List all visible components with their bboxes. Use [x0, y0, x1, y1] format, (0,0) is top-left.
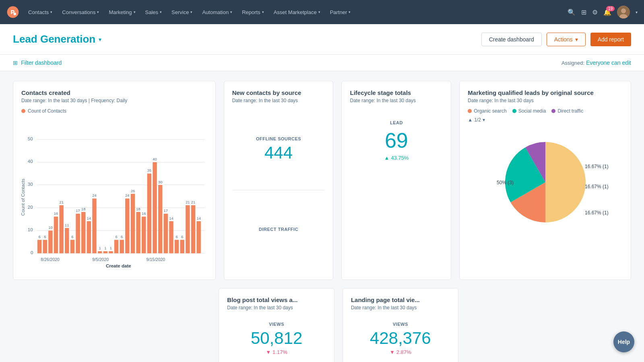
nav-partner[interactable]: Partner ▾ [326, 6, 355, 19]
svg-text:16: 16 [54, 211, 58, 216]
chevron-down-icon: ▾ [349, 10, 351, 14]
svg-text:6: 6 [38, 234, 40, 239]
lead-change: ▲ 43.75% [384, 155, 409, 161]
hubspot-logo [6, 6, 19, 19]
nav-sales[interactable]: Sales ▾ [141, 6, 166, 19]
svg-rect-48 [120, 240, 124, 253]
chevron-down-icon: ▾ [134, 10, 136, 14]
svg-rect-40 [98, 251, 102, 253]
nav-asset-marketplace[interactable]: Asset Marketplace ▾ [270, 6, 324, 19]
svg-text:6: 6 [181, 234, 183, 239]
svg-text:9/5/2020: 9/5/2020 [92, 257, 109, 262]
svg-rect-36 [87, 221, 91, 253]
lead-value: 69 [385, 128, 408, 152]
svg-text:40: 40 [153, 157, 157, 161]
svg-text:18: 18 [136, 207, 140, 211]
svg-text:10: 10 [28, 227, 33, 232]
blog-post-subtitle: Date range: In the last 30 days [227, 305, 326, 311]
svg-text:Create date: Create date [106, 263, 131, 268]
svg-point-3 [621, 8, 626, 13]
page-title: Lead Generation [13, 33, 95, 45]
add-report-button[interactable]: Add report [590, 33, 631, 46]
svg-text:16.67% (1): 16.67% (1) [585, 210, 609, 216]
landing-views-value: 428,376 [370, 330, 431, 347]
blog-change: ▼ 1.17% [266, 349, 287, 355]
svg-text:14: 14 [169, 216, 173, 220]
svg-text:50: 50 [28, 136, 33, 141]
landing-views-label: VIEWS [393, 322, 408, 327]
title-dropdown-icon[interactable]: ▾ [99, 36, 101, 43]
svg-text:24: 24 [125, 193, 130, 197]
settings-icon[interactable]: ⚙ [592, 8, 598, 16]
nav-service[interactable]: Service ▾ [167, 6, 196, 19]
mql-subtitle: Date range: In the last 30 days [468, 98, 623, 103]
nav-reports[interactable]: Reports ▾ [238, 6, 268, 19]
title-wrapper: Lead Generation ▾ [13, 33, 101, 45]
filter-dashboard-button[interactable]: ⊞ Filter dashboard [13, 60, 62, 66]
search-icon[interactable]: 🔍 [568, 8, 576, 16]
mql-title: Marketing qualified leads by original so… [468, 89, 623, 96]
chevron-down-icon[interactable]: ▾ [636, 10, 638, 14]
pie-spacer [466, 288, 631, 362]
svg-text:6: 6 [44, 234, 46, 239]
create-dashboard-button[interactable]: Create dashboard [481, 33, 542, 46]
svg-rect-58 [147, 173, 151, 253]
navigation: Contacts ▾ Conversations ▾ Marketing ▾ S… [0, 0, 644, 24]
svg-text:6: 6 [175, 234, 178, 239]
avatar[interactable] [617, 6, 630, 19]
svg-text:16: 16 [142, 211, 146, 216]
blog-post-title: Blog post total views a... [227, 296, 326, 303]
svg-rect-42 [103, 251, 107, 253]
direct-traffic-section: DIRECT TRAFFIC [232, 190, 325, 272]
landing-page-subtitle: Date range: In the last 30 days [351, 305, 450, 311]
chevron-down-icon: ▾ [97, 10, 99, 14]
svg-text:50% (3): 50% (3) [497, 180, 514, 185]
blog-views-label: VIEWS [269, 322, 284, 327]
page-header: Lead Generation ▾ Create dashboard Actio… [0, 24, 644, 55]
chevron-down-icon: ▾ [160, 10, 162, 14]
legend-social: Social media [512, 108, 546, 114]
svg-text:8/26/2020: 8/26/2020 [41, 257, 60, 262]
grid-icon[interactable]: ⊞ [581, 8, 586, 16]
svg-text:16.67% (1): 16.67% (1) [585, 164, 609, 169]
svg-text:6: 6 [71, 234, 73, 239]
svg-rect-24 [54, 217, 58, 253]
notification-icon[interactable]: 🔔 19 [603, 8, 611, 16]
svg-rect-62 [158, 185, 162, 253]
svg-point-1 [14, 13, 16, 15]
svg-rect-46 [114, 240, 118, 253]
assigned-link[interactable]: Everyone can edit [586, 60, 631, 66]
actions-button[interactable]: Actions ▾ [547, 33, 586, 46]
landing-page-title: Landing page total vie... [351, 296, 450, 303]
nav-automation[interactable]: Automation ▾ [198, 6, 236, 19]
legend-dot-organic [468, 109, 472, 113]
svg-rect-44 [109, 251, 113, 253]
chevron-down-icon: ▾ [190, 10, 192, 14]
contacts-created-subtitle: Date range: In the last 30 days | Freque… [21, 98, 207, 103]
dashboard: Contacts created Date range: In the last… [0, 71, 644, 362]
svg-text:16.67% (1): 16.67% (1) [585, 184, 609, 189]
nav-right-icons: 🔍 ⊞ ⚙ 🔔 19 ▾ [568, 6, 638, 19]
legend-dot-contacts [21, 109, 25, 113]
nav-marketing[interactable]: Marketing ▾ [105, 6, 139, 19]
chevron-down-icon: ▾ [230, 10, 232, 14]
chevron-down-icon: ▾ [262, 10, 264, 14]
help-button[interactable]: Help [613, 331, 634, 352]
svg-rect-30 [70, 240, 74, 253]
prev-page-icon[interactable]: ▲ [468, 117, 473, 123]
chart-area: 0 10 20 30 40 50 Count of Contacts [21, 119, 207, 272]
next-page-icon[interactable]: ▾ [483, 117, 485, 123]
svg-point-0 [7, 6, 19, 18]
nav-contacts[interactable]: Contacts ▾ [24, 6, 56, 19]
svg-rect-26 [59, 205, 63, 253]
svg-rect-50 [125, 198, 129, 253]
svg-text:1: 1 [104, 246, 106, 250]
up-arrow-icon: ▲ [384, 155, 389, 161]
svg-rect-34 [81, 212, 85, 253]
svg-rect-32 [76, 214, 80, 253]
svg-rect-56 [142, 217, 146, 253]
svg-text:21: 21 [191, 200, 195, 204]
new-contacts-source-card: New contacts by source Date range: In th… [224, 81, 334, 280]
nav-conversations[interactable]: Conversations ▾ [58, 6, 103, 19]
svg-text:20: 20 [28, 205, 33, 210]
